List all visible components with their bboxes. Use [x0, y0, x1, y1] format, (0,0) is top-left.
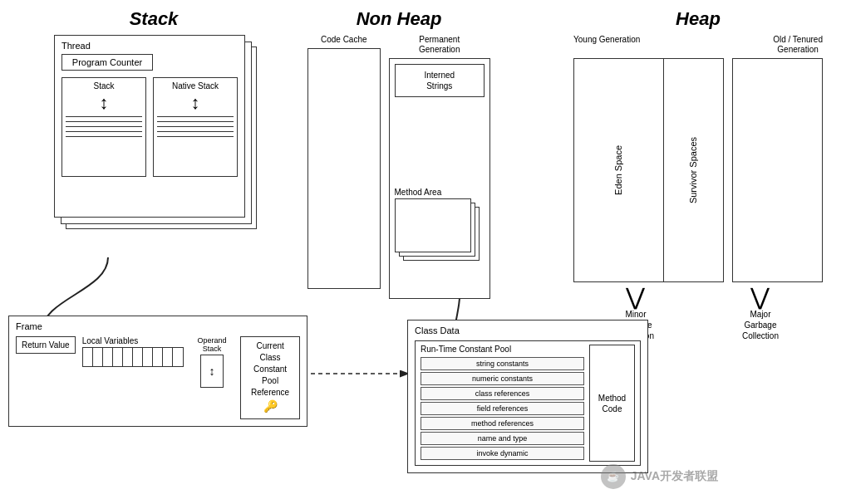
- ma-paper1: [395, 198, 471, 252]
- runtime-cp-box: Run-Time Constant Pool string constants …: [415, 340, 641, 466]
- program-counter-box: Program Counter: [61, 54, 153, 71]
- watermark: ☕ JAVA开发者联盟: [601, 464, 718, 489]
- native-stack-label: Native Stack: [157, 81, 234, 91]
- heap-title: Heap: [565, 8, 831, 30]
- watermark-text: JAVA开发者联盟: [631, 469, 718, 484]
- rt-item-2: class references: [421, 387, 584, 400]
- perm-gen-col: PermanentGeneration InternedStrings Meth…: [389, 35, 491, 299]
- local-vars-section: Local Variables: [82, 336, 184, 367]
- classdata-label: Class Data: [415, 325, 641, 335]
- native-line-2: [157, 121, 234, 122]
- code-cache-label: Code Cache: [307, 35, 381, 45]
- runtime-cp-left: Run-Time Constant Pool string constants …: [421, 345, 584, 462]
- old-tenured-label: Old / TenuredGeneration: [773, 35, 823, 55]
- frame-inner: Return Value Local Variables: [16, 336, 300, 419]
- lv-cell-10: [173, 348, 183, 366]
- method-code-box: MethodCode: [589, 345, 635, 462]
- classdata-section: Class Data Run-Time Constant Pool string…: [407, 320, 648, 473]
- rt-items-list: string constants numeric constants class…: [421, 357, 584, 460]
- major-gc-label: MajorGarbageCollection: [742, 310, 779, 340]
- method-area-stack: [395, 198, 485, 273]
- lv-cell-4: [113, 348, 123, 366]
- native-line-1: [157, 116, 234, 117]
- lv-cell-3: [103, 348, 113, 366]
- lv-cell-8: [153, 348, 163, 366]
- major-gc-group: ⋁ MajorGarbageCollection: [742, 286, 779, 341]
- major-gc-arrow: ⋁: [742, 286, 779, 309]
- thread-outer: Thread Program Counter Stack ↕: [54, 35, 253, 218]
- nonheap-title: Non Heap: [307, 8, 490, 30]
- lv-cell-1: [83, 348, 93, 366]
- native-stack-lines: [157, 116, 234, 137]
- return-value-box: Return Value: [16, 336, 76, 354]
- thread-label: Thread: [61, 41, 238, 51]
- perm-gen-box: InternedStrings Method Area: [389, 58, 491, 299]
- rt-item-5: name and type: [421, 432, 584, 445]
- current-class-box: Current ClassConstant PoolReference 🔑: [240, 336, 300, 419]
- stack-line-1: [66, 116, 142, 117]
- survivor-spaces-label: Survivor Spaces: [688, 137, 698, 203]
- nonheap-section: Non Heap Code Cache PermanentGeneration …: [307, 8, 490, 299]
- stack-box: Stack ↕: [61, 77, 146, 177]
- stack-line-4: [66, 131, 142, 132]
- native-stack-arrow: ↕: [157, 94, 234, 112]
- nonheap-columns: Code Cache PermanentGeneration InternedS…: [307, 35, 490, 299]
- thread-content: Thread Program Counter Stack ↕: [54, 35, 245, 218]
- frame-label: Frame: [16, 321, 300, 331]
- perm-gen-label: PermanentGeneration: [389, 35, 491, 55]
- heap-boxes-row: Eden Space Survivor Spaces: [565, 58, 831, 282]
- runtime-cp-label: Run-Time Constant Pool: [421, 345, 584, 354]
- rt-item-3: field references: [421, 402, 584, 415]
- stack-line-2: [66, 121, 142, 122]
- young-gen-box: Eden Space Survivor Spaces: [573, 58, 724, 282]
- stack-line-5: [66, 136, 142, 137]
- method-area-label: Method Area: [395, 188, 485, 197]
- rt-item-6: invoke dynamic: [421, 447, 584, 460]
- lv-cell-6: [133, 348, 143, 366]
- operand-stack-box: ↕: [200, 355, 224, 388]
- method-area-container: Method Area: [395, 188, 485, 273]
- native-stack-box: Native Stack ↕: [153, 77, 238, 177]
- survivor-space: Survivor Spaces: [664, 59, 723, 281]
- native-line-3: [157, 126, 234, 127]
- classdata-outer: Class Data Run-Time Constant Pool string…: [407, 320, 648, 473]
- native-line-5: [157, 136, 234, 137]
- lv-cell-5: [123, 348, 133, 366]
- young-gen-label: Young Generation: [573, 35, 640, 55]
- heap-gen-labels: Young Generation Old / TenuredGeneration: [565, 35, 831, 55]
- stack-label: Stack: [66, 81, 142, 91]
- stack-arrow: ↕: [66, 94, 142, 112]
- watermark-icon: ☕: [601, 464, 626, 489]
- main-container: Stack Thread Program Counter Stack ↕: [0, 0, 851, 504]
- rt-item-0: string constants: [421, 357, 584, 370]
- local-vars-grid: [82, 347, 184, 367]
- frame-section: Frame Return Value Local Variables: [8, 316, 307, 427]
- local-vars-label: Local Variables: [82, 336, 139, 345]
- rt-item-4: method references: [421, 417, 584, 430]
- old-tenured-box: [732, 58, 823, 282]
- rt-item-1: numeric constants: [421, 372, 584, 385]
- heap-section: Heap Young Generation Old / TenuredGener…: [565, 8, 831, 341]
- code-cache-col: Code Cache: [307, 35, 381, 299]
- frame-outer: Frame Return Value Local Variables: [8, 316, 307, 427]
- native-line-4: [157, 131, 234, 132]
- minor-gc-arrow: ⋁: [617, 286, 654, 309]
- stack-native-row: Stack ↕ Native Stack ↕: [61, 77, 238, 177]
- stack-lines: [66, 116, 142, 137]
- code-cache-box: [307, 48, 381, 289]
- operand-stack-section: Operand Stack ↕: [190, 336, 234, 388]
- eden-space-label: Eden Space: [613, 145, 623, 195]
- lv-cell-9: [163, 348, 173, 366]
- stack-title: Stack: [25, 8, 283, 30]
- stack-section: Stack Thread Program Counter Stack ↕: [25, 8, 283, 218]
- eden-space: Eden Space: [574, 59, 664, 281]
- interned-strings-box: InternedStrings: [395, 64, 485, 97]
- stack-line-3: [66, 126, 142, 127]
- lv-cell-2: [93, 348, 103, 366]
- lv-cell-7: [143, 348, 153, 366]
